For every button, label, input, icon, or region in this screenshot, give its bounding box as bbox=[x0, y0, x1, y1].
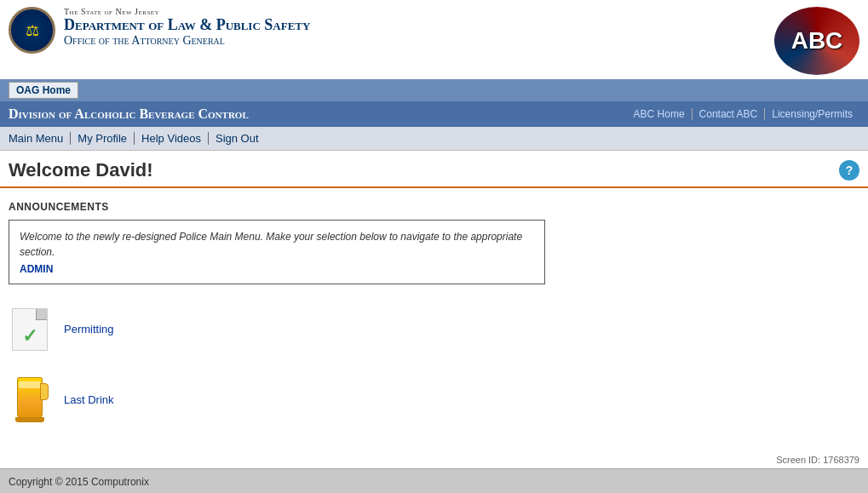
last-drink-item: Last Drink bbox=[9, 372, 859, 427]
oag-bar: OAG Home bbox=[0, 79, 868, 101]
abc-bar-links: ABC Home Contact ABC Licensing/Permits bbox=[627, 108, 859, 120]
last-drink-link[interactable]: Last Drink bbox=[64, 393, 114, 406]
content-area: ANNOUNCEMENTS Welcome to the newly re-de… bbox=[0, 192, 868, 451]
state-name: The State of New Jersey bbox=[64, 7, 310, 16]
top-header: ⚖ The State of New Jersey Department of … bbox=[0, 0, 868, 79]
abc-home-link[interactable]: ABC Home bbox=[627, 108, 693, 120]
checkmark-icon: ✓ bbox=[22, 327, 37, 346]
dept-name: Department of Law & Public Safety bbox=[64, 16, 310, 34]
screen-id: Screen ID: 1768379 bbox=[0, 451, 868, 468]
permitting-link[interactable]: Permitting bbox=[64, 323, 114, 335]
announcements-label: ANNOUNCEMENTS bbox=[9, 201, 859, 213]
announcements-box: Welcome to the newly re-designed Police … bbox=[9, 220, 545, 284]
nj-branding: ⚖ The State of New Jersey Department of … bbox=[9, 7, 310, 54]
nj-seal: ⚖ bbox=[9, 7, 55, 54]
permitting-item: ✓ Permitting bbox=[9, 301, 859, 357]
abc-logo-area: ABC bbox=[774, 7, 859, 75]
abc-logo: ABC bbox=[774, 7, 859, 75]
permitting-icon: ✓ bbox=[9, 306, 51, 353]
copyright-text: Copyright © 2015 Computronix bbox=[9, 476, 149, 488]
abc-bar-title: Division of Alcoholic Beverage Control bbox=[9, 106, 249, 122]
announcements-text: Welcome to the newly re-designed Police … bbox=[20, 231, 522, 258]
help-videos-link[interactable]: Help Videos bbox=[135, 132, 209, 145]
abc-logo-text: ABC bbox=[791, 27, 843, 54]
sign-out-link[interactable]: Sign Out bbox=[209, 132, 266, 145]
office-name: Office of the Attorney General bbox=[64, 34, 310, 48]
licensing-permits-link[interactable]: Licensing/Permits bbox=[765, 108, 859, 120]
beer-glass-icon bbox=[17, 377, 43, 418]
abc-bar: Division of Alcoholic Beverage Control A… bbox=[0, 101, 868, 127]
welcome-section: Welcome David! ? bbox=[0, 151, 868, 188]
admin-link[interactable]: ADMIN bbox=[20, 263, 534, 275]
welcome-title: Welcome David! bbox=[9, 159, 153, 186]
my-profile-link[interactable]: My Profile bbox=[71, 132, 135, 145]
document-icon: ✓ bbox=[12, 308, 48, 351]
main-menu-link[interactable]: Main Menu bbox=[9, 132, 71, 145]
main-nav: Main Menu My Profile Help Videos Sign Ou… bbox=[0, 127, 868, 151]
contact-abc-link[interactable]: Contact ABC bbox=[693, 108, 766, 120]
oag-home-button[interactable]: OAG Home bbox=[9, 82, 78, 99]
help-icon[interactable]: ? bbox=[839, 160, 859, 181]
nj-seal-icon: ⚖ bbox=[26, 21, 39, 40]
nj-text-block: The State of New Jersey Department of La… bbox=[64, 7, 310, 48]
last-drink-icon bbox=[9, 376, 51, 423]
footer: Copyright © 2015 Computronix bbox=[0, 468, 868, 493]
